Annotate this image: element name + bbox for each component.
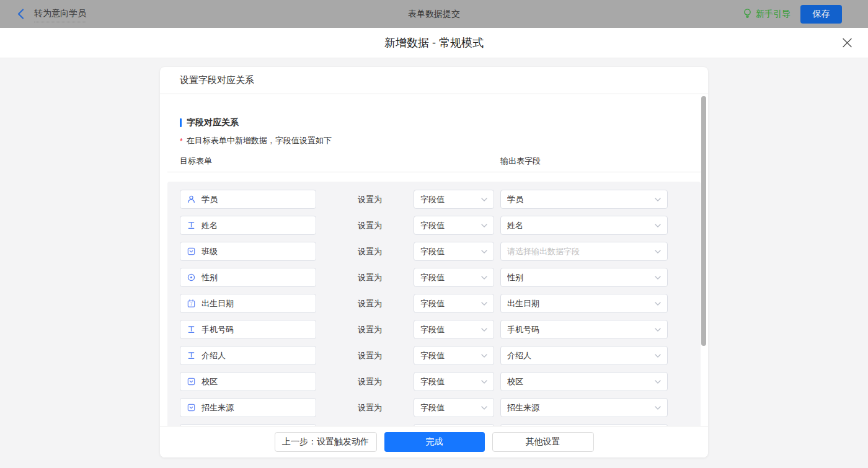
- value-type-dropdown[interactable]: 字段值: [414, 398, 494, 417]
- chevron-down-icon: [481, 380, 487, 384]
- column-header-output-fields: 输出表字段: [500, 156, 541, 167]
- set-as-label: 设置为: [358, 194, 383, 205]
- output-field-dropdown[interactable]: 出生日期: [500, 294, 668, 313]
- chevron-down-icon: [655, 406, 661, 410]
- field-mapping-row: 介绍人 设置为 字段值 介绍人: [180, 346, 701, 365]
- modal-title: 新增数据 - 常规模式: [384, 35, 484, 50]
- set-as-label: 设置为: [358, 376, 383, 387]
- chevron-down-icon: [481, 250, 487, 254]
- target-field-box[interactable]: 姓名: [180, 216, 316, 235]
- chevron-down-icon: [481, 328, 487, 332]
- set-as-label: 设置为: [358, 246, 383, 257]
- beginner-guide-link[interactable]: 新手引导: [743, 8, 790, 20]
- output-field-dropdown[interactable]: 学员: [500, 190, 668, 209]
- column-header-target-form: 目标表单: [180, 156, 212, 166]
- value-type-dropdown[interactable]: 字段值: [414, 242, 494, 261]
- close-icon[interactable]: [842, 38, 852, 48]
- target-field-box[interactable]: 招生来源: [180, 398, 316, 417]
- value-type-dropdown[interactable]: 字段值: [414, 372, 494, 391]
- chevron-down-icon: [655, 198, 661, 201]
- output-field-dropdown[interactable]: 手机号码: [500, 320, 668, 339]
- chevron-down-icon: [481, 302, 487, 306]
- set-as-label: 设置为: [358, 220, 383, 231]
- chevron-down-icon: [481, 354, 487, 358]
- field-mapping-row: 性别 设置为 字段值 性别: [180, 268, 701, 287]
- target-field-box[interactable]: 性别: [180, 268, 316, 287]
- chevron-down-icon: [481, 276, 487, 280]
- topbar-title: 表单数据提交: [0, 9, 868, 20]
- chevron-down-icon: [655, 328, 661, 332]
- chevron-down-icon: [655, 354, 661, 358]
- field-mapping-row: 7 出生日期 设置为 字段值 出生日期: [180, 294, 701, 313]
- panel-header: 设置字段对应关系: [160, 67, 708, 94]
- set-as-label: 设置为: [358, 402, 383, 413]
- select-icon: [187, 377, 196, 386]
- save-button[interactable]: 保存: [800, 5, 842, 24]
- target-field-box[interactable]: 班级: [180, 242, 316, 261]
- calendar-icon: 7: [187, 299, 196, 308]
- select-icon: [187, 247, 196, 256]
- field-mapping-panel: 设置字段对应关系 字段对应关系 * 在目标表单中新增数据，字段值设置如下 目标表…: [160, 67, 708, 457]
- chevron-down-icon: [655, 224, 661, 227]
- target-field-box[interactable]: 学员: [180, 190, 316, 209]
- section-title: 字段对应关系: [180, 117, 688, 128]
- required-asterisk: *: [180, 137, 183, 146]
- output-field-dropdown[interactable]: 姓名: [500, 216, 668, 235]
- panel-scroll-area[interactable]: 字段对应关系 * 在目标表单中新增数据，字段值设置如下 目标表单 输出表字段 学…: [160, 95, 708, 426]
- output-field-dropdown[interactable]: 性别: [500, 268, 668, 287]
- set-as-label: 设置为: [358, 298, 383, 309]
- field-mapping-rows: 学员 设置为 字段值 学员 姓名 设置为 字段值 姓名 班级: [167, 182, 701, 426]
- chevron-down-icon: [481, 224, 487, 227]
- header-divider: [167, 172, 701, 172]
- text-icon: [187, 221, 196, 230]
- text-icon: [187, 351, 196, 360]
- output-field-dropdown[interactable]: 校区: [500, 372, 668, 391]
- chevron-down-icon: [481, 406, 487, 410]
- target-field-box[interactable]: 7 出生日期: [180, 294, 316, 313]
- output-field-dropdown[interactable]: 介绍人: [500, 346, 668, 365]
- field-mapping-row: 招生来源 设置为 字段值 招生来源: [180, 398, 701, 417]
- field-mapping-row: 班级 设置为 字段值 请选择输出数据字段: [180, 242, 701, 261]
- chevron-down-icon: [655, 302, 661, 306]
- value-type-dropdown[interactable]: 字段值: [414, 294, 494, 313]
- target-field-box[interactable]: 手机号码: [180, 320, 316, 339]
- user-icon: [187, 195, 196, 204]
- set-as-label: 设置为: [358, 350, 383, 361]
- value-type-dropdown[interactable]: 字段值: [414, 268, 494, 287]
- output-field-dropdown[interactable]: 招生来源: [500, 398, 668, 417]
- radio-icon: [187, 273, 196, 282]
- vertical-scrollbar-thumb[interactable]: [701, 96, 706, 346]
- chevron-down-icon: [655, 250, 661, 254]
- panel-footer: 上一步：设置触发动作 完成 其他设置: [160, 426, 708, 457]
- other-settings-button[interactable]: 其他设置: [492, 432, 594, 452]
- svg-text:7: 7: [190, 302, 193, 306]
- output-field-dropdown[interactable]: 请选择输出数据字段: [500, 242, 668, 261]
- set-as-label: 设置为: [358, 324, 383, 335]
- text-icon: [187, 325, 196, 334]
- previous-step-button[interactable]: 上一步：设置触发动作: [275, 432, 377, 452]
- value-type-dropdown[interactable]: 字段值: [414, 346, 494, 365]
- topbar: 转为意向学员 表单数据提交 新手引导 保存: [0, 0, 868, 28]
- value-type-dropdown[interactable]: 字段值: [414, 320, 494, 339]
- value-type-dropdown[interactable]: 字段值: [414, 216, 494, 235]
- field-mapping-row: 手机号码 设置为 字段值 手机号码: [180, 320, 701, 339]
- chevron-down-icon: [655, 276, 661, 280]
- field-mapping-row: 校区 设置为 字段值 校区: [180, 372, 701, 391]
- section-accent-bar: [180, 118, 182, 127]
- finish-button[interactable]: 完成: [384, 432, 485, 452]
- lightbulb-icon: [743, 8, 752, 20]
- section-hint: * 在目标表单中新增数据，字段值设置如下: [180, 135, 688, 146]
- target-field-box[interactable]: 介绍人: [180, 346, 316, 365]
- modal-titlebar: 新增数据 - 常规模式: [0, 28, 868, 58]
- target-field-box[interactable]: 校区: [180, 372, 316, 391]
- chevron-down-icon: [481, 198, 487, 201]
- chevron-down-icon: [655, 380, 661, 384]
- value-type-dropdown[interactable]: 字段值: [414, 190, 494, 209]
- column-headers: 目标表单 输出表字段: [180, 156, 688, 167]
- field-mapping-row: 姓名 设置为 字段值 姓名: [180, 216, 701, 235]
- select-icon: [187, 403, 196, 412]
- field-mapping-row: 学员 设置为 字段值 学员: [180, 190, 701, 209]
- set-as-label: 设置为: [358, 272, 383, 283]
